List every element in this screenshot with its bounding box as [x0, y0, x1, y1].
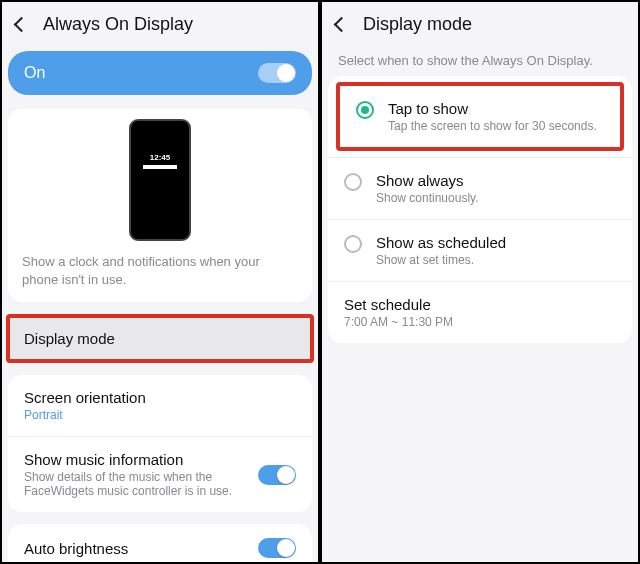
option-label: Show always: [376, 172, 479, 189]
right-header: Display mode: [322, 2, 638, 45]
preview-time: 12:45: [131, 153, 189, 162]
set-schedule-row[interactable]: Set schedule 7:00 AM ~ 11:30 PM: [328, 281, 632, 343]
aod-toggle-label: On: [24, 64, 45, 82]
option-show-always[interactable]: Show always Show continuously.: [328, 157, 632, 219]
left-panel: Always On Display On 12:45 Show a clock …: [0, 0, 320, 564]
phone-preview: 12:45: [129, 119, 191, 241]
display-mode-label: Display mode: [24, 330, 296, 347]
options-card: Tap to show Tap the screen to show for 3…: [328, 76, 632, 343]
option-tap-to-show[interactable]: Tap to show Tap the screen to show for 3…: [340, 86, 620, 147]
display-mode-row[interactable]: Display mode: [6, 314, 314, 363]
option-desc: Show continuously.: [376, 191, 479, 205]
orientation-value: Portrait: [24, 408, 146, 422]
orientation-label: Screen orientation: [24, 389, 146, 406]
highlighted-option: Tap to show Tap the screen to show for 3…: [336, 82, 624, 151]
brightness-label: Auto brightness: [24, 540, 128, 557]
radio-icon[interactable]: [356, 101, 374, 119]
schedule-value: 7:00 AM ~ 11:30 PM: [344, 315, 453, 329]
brightness-card: Auto brightness: [8, 524, 312, 564]
option-show-scheduled[interactable]: Show as scheduled Show at set times.: [328, 219, 632, 281]
back-icon[interactable]: [14, 17, 30, 33]
page-title: Always On Display: [43, 14, 193, 35]
music-desc: Show details of the music when the FaceW…: [24, 470, 248, 498]
option-desc: Tap the screen to show for 30 seconds.: [388, 119, 597, 133]
option-label: Tap to show: [388, 100, 597, 117]
preview-card: 12:45 Show a clock and notifications whe…: [8, 109, 312, 302]
option-desc: Show at set times.: [376, 253, 506, 267]
preview-bar: [143, 165, 177, 169]
page-title: Display mode: [363, 14, 472, 35]
option-label: Show as scheduled: [376, 234, 506, 251]
schedule-label: Set schedule: [344, 296, 453, 313]
left-header: Always On Display: [2, 2, 318, 45]
radio-icon[interactable]: [344, 173, 362, 191]
right-panel: Display mode Select when to show the Alw…: [320, 0, 640, 564]
aod-switch[interactable]: [258, 63, 296, 83]
music-switch[interactable]: [258, 465, 296, 485]
screen-orientation-row[interactable]: Screen orientation Portrait: [8, 375, 312, 436]
instruction-text: Select when to show the Always On Displa…: [322, 45, 638, 72]
music-info-row[interactable]: Show music information Show details of t…: [8, 436, 312, 512]
radio-icon[interactable]: [344, 235, 362, 253]
brightness-switch[interactable]: [258, 538, 296, 558]
aod-toggle-row[interactable]: On: [8, 51, 312, 95]
music-label: Show music information: [24, 451, 248, 468]
preview-desc: Show a clock and notifications when your…: [22, 253, 298, 288]
back-icon[interactable]: [334, 17, 350, 33]
auto-brightness-row[interactable]: Auto brightness: [8, 524, 312, 564]
settings-card: Screen orientation Portrait Show music i…: [8, 375, 312, 512]
